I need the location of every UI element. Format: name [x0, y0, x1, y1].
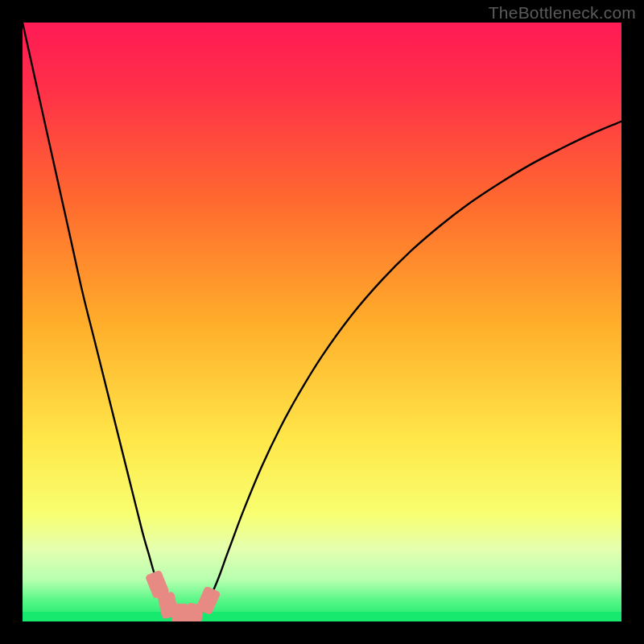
bottleneck-chart	[23, 23, 621, 621]
chart-frame: TheBottleneck.com	[0, 0, 644, 644]
plot-area	[23, 23, 621, 621]
watermark-text: TheBottleneck.com	[489, 3, 636, 23]
gradient-background	[23, 23, 621, 621]
bottom-green-band	[23, 612, 621, 621]
